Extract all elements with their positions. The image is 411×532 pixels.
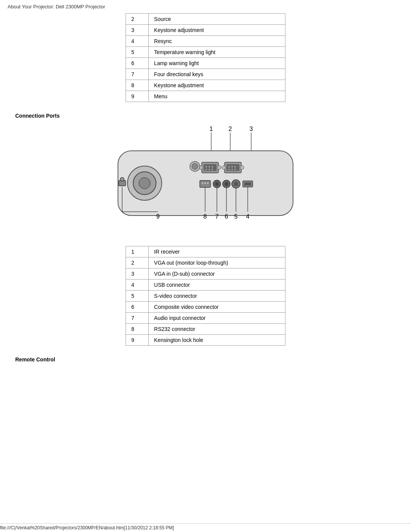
- row-number: 9: [126, 91, 149, 102]
- svg-point-41: [225, 182, 228, 186]
- row-number: 2: [126, 257, 149, 268]
- row-number: 5: [126, 47, 149, 58]
- svg-point-29: [234, 169, 236, 170]
- table-row: 6Composite video connector: [126, 302, 285, 313]
- footer: file:///C|/Venkat%20Shared/Projectors/23…: [0, 523, 411, 530]
- svg-point-19: [212, 169, 213, 170]
- table-row: 7Audio input connector: [126, 313, 285, 324]
- projector-diagram: 1 2 3: [99, 124, 312, 238]
- row-label: Temperature warning light: [148, 47, 285, 58]
- row-number: 2: [126, 14, 149, 25]
- table-row: 7Four directional keys: [126, 69, 285, 80]
- row-number: 4: [126, 280, 149, 291]
- svg-point-35: [202, 182, 203, 184]
- row-label: Resync: [148, 36, 285, 47]
- svg-point-30: [222, 166, 226, 169]
- table-row: 4USB connector: [126, 280, 285, 291]
- svg-text:7: 7: [215, 213, 219, 220]
- row-label: Keystone adjustment: [148, 25, 285, 36]
- svg-point-25: [231, 166, 233, 168]
- table-row: 3Keystone adjustment: [126, 25, 285, 36]
- row-label: S-video connector: [148, 291, 285, 302]
- svg-point-27: [228, 169, 230, 170]
- row-label: Source: [148, 14, 285, 25]
- row-number: 7: [126, 69, 149, 80]
- row-label: Kensington lock hole: [148, 335, 285, 346]
- table-row: 9Menu: [126, 91, 285, 102]
- svg-point-37: [207, 182, 209, 184]
- svg-point-36: [204, 182, 206, 184]
- svg-text:3: 3: [250, 126, 253, 132]
- projector-diagram-container: 1 2 3: [8, 124, 403, 238]
- row-label: VGA in (D-sub) connector: [148, 268, 285, 280]
- connection-ports-title: Connection Ports: [15, 113, 403, 119]
- svg-point-18: [209, 169, 210, 170]
- table-row: 8Keystone adjustment: [126, 80, 285, 91]
- row-number: 4: [126, 36, 149, 47]
- svg-point-26: [234, 166, 236, 168]
- svg-point-28: [231, 169, 233, 170]
- row-label: Audio input connector: [148, 313, 285, 324]
- svg-rect-45: [244, 182, 251, 185]
- row-number: 3: [126, 268, 149, 280]
- row-label: Four directional keys: [148, 69, 285, 80]
- table-row: 3VGA in (D-sub) connector: [126, 268, 285, 280]
- row-number: 8: [126, 324, 149, 335]
- row-label: USB connector: [148, 280, 285, 291]
- table-row: 6Lamp warning light: [126, 58, 285, 69]
- svg-point-15: [209, 166, 210, 168]
- svg-point-39: [215, 182, 219, 186]
- svg-point-33: [192, 163, 198, 169]
- table-row: 4Resync: [126, 36, 285, 47]
- svg-point-16: [212, 166, 213, 168]
- table-row: 5S-video connector: [126, 291, 285, 302]
- svg-text:6: 6: [225, 213, 228, 220]
- row-number: 1: [126, 246, 149, 257]
- row-label: IR receiver: [148, 246, 285, 257]
- top-table-container: 2Source3Keystone adjustment4Resync5Tempe…: [8, 13, 403, 102]
- svg-point-11: [120, 177, 124, 181]
- table-row: 2Source: [126, 14, 285, 25]
- row-number: 6: [126, 58, 149, 69]
- svg-text:5: 5: [234, 213, 238, 220]
- table-row: 1IR receiver: [126, 246, 285, 257]
- row-label: Lamp warning light: [148, 58, 285, 69]
- row-number: 8: [126, 80, 149, 91]
- svg-point-17: [206, 169, 207, 170]
- svg-point-21: [217, 166, 221, 169]
- page-title: About Your Projector: Dell 2300MP Projec…: [8, 4, 403, 10]
- bottom-table-container: 1IR receiver2VGA out (monitor loop-throu…: [8, 246, 403, 346]
- svg-text:2: 2: [229, 126, 232, 132]
- table-row: 2VGA out (monitor loop-through): [126, 257, 285, 268]
- svg-text:1: 1: [210, 126, 213, 132]
- svg-point-31: [240, 166, 244, 169]
- bottom-table: 1IR receiver2VGA out (monitor loop-throu…: [126, 246, 285, 346]
- svg-text:4: 4: [246, 213, 250, 220]
- svg-rect-23: [226, 164, 239, 171]
- top-table: 2Source3Keystone adjustment4Resync5Tempe…: [126, 13, 285, 102]
- row-number: 6: [126, 302, 149, 313]
- row-number: 3: [126, 25, 149, 36]
- row-number: 5: [126, 291, 149, 302]
- row-label: Composite video connector: [148, 302, 285, 313]
- table-row: 9Kensington lock hole: [126, 335, 285, 346]
- svg-text:9: 9: [156, 213, 160, 220]
- row-number: 9: [126, 335, 149, 346]
- svg-point-24: [228, 166, 230, 168]
- table-row: 5Temperature warning light: [126, 47, 285, 58]
- row-label: RS232 connector: [148, 324, 285, 335]
- svg-rect-43: [234, 182, 238, 186]
- svg-point-9: [139, 177, 150, 189]
- svg-text:8: 8: [204, 213, 207, 220]
- table-row: 8RS232 connector: [126, 324, 285, 335]
- row-number: 7: [126, 313, 149, 324]
- row-label: VGA out (monitor loop-through): [148, 257, 285, 268]
- row-label: Keystone adjustment: [148, 80, 285, 91]
- row-label: Menu: [148, 91, 285, 102]
- remote-control-title: Remote Control: [15, 356, 403, 363]
- svg-rect-13: [204, 164, 217, 171]
- svg-point-14: [206, 166, 207, 168]
